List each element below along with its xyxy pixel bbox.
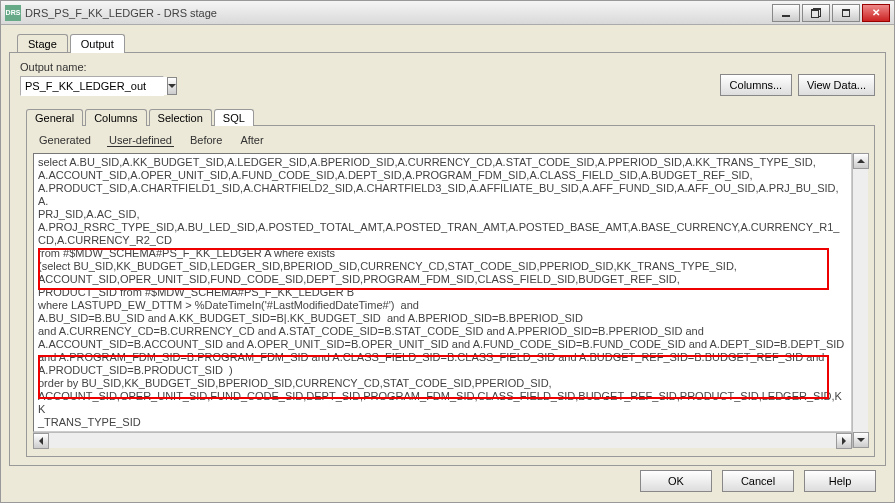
- cancel-button[interactable]: Cancel: [722, 470, 794, 492]
- triangle-right-icon: [842, 437, 846, 445]
- inner-tab-strip: General Columns Selection SQL: [26, 108, 875, 125]
- dialog-footer: OK Cancel Help: [9, 466, 886, 492]
- close-button[interactable]: ✕: [862, 4, 890, 22]
- horizontal-scrollbar[interactable]: [33, 432, 852, 448]
- maximize-icon: [842, 9, 850, 17]
- restore-icon: [811, 8, 821, 18]
- ok-button[interactable]: OK: [640, 470, 712, 492]
- sql-text-content: select A.BU_SID,A.KK_BUDGET_SID,A.LEDGER…: [38, 156, 847, 429]
- app-icon: DRS: [5, 5, 21, 21]
- minimize-button[interactable]: [772, 4, 800, 22]
- window-title: DRS_PS_F_KK_LEDGER - DRS stage: [25, 7, 772, 19]
- subtab-generated[interactable]: Generated: [37, 134, 93, 147]
- chevron-down-icon: [168, 84, 176, 88]
- minimize-icon: [782, 15, 790, 17]
- help-button[interactable]: Help: [804, 470, 876, 492]
- subtab-before[interactable]: Before: [188, 134, 224, 147]
- vertical-scrollbar[interactable]: [852, 153, 868, 448]
- window-root: DRS DRS_PS_F_KK_LEDGER - DRS stage ✕ Sta…: [0, 0, 895, 503]
- tab-output[interactable]: Output: [70, 34, 125, 53]
- tab-columns[interactable]: Columns: [85, 109, 146, 126]
- sql-editor-body: select A.BU_SID,A.KK_BUDGET_SID,A.LEDGER…: [33, 153, 852, 432]
- triangle-down-icon: [857, 438, 865, 442]
- titlebar: DRS DRS_PS_F_KK_LEDGER - DRS stage ✕: [1, 1, 894, 25]
- output-name-input[interactable]: [21, 77, 167, 95]
- client-area: Stage Output Output name: Columns... Vie…: [1, 25, 894, 502]
- tab-general[interactable]: General: [26, 109, 83, 126]
- sql-panel: Generated User-defined Before After sele…: [26, 125, 875, 457]
- scroll-down-button[interactable]: [853, 432, 869, 448]
- output-name-dropdown-button[interactable]: [167, 77, 177, 95]
- maximize-button[interactable]: [832, 4, 860, 22]
- scroll-right-button[interactable]: [836, 433, 852, 449]
- output-buttons: Columns... View Data...: [720, 74, 875, 96]
- tab-stage[interactable]: Stage: [17, 34, 68, 53]
- output-name-label: Output name:: [20, 61, 164, 73]
- subtab-after[interactable]: After: [238, 134, 265, 147]
- output-panel: Output name: Columns... View Data... Gen…: [9, 52, 886, 466]
- inner-tabs-wrap: General Columns Selection SQL Generated …: [20, 108, 875, 457]
- output-name-combo[interactable]: [20, 76, 164, 96]
- view-data-button[interactable]: View Data...: [798, 74, 875, 96]
- tab-sql[interactable]: SQL: [214, 109, 254, 126]
- output-header-row: Output name: Columns... View Data...: [20, 61, 875, 96]
- sql-subtab-strip: Generated User-defined Before After: [33, 132, 868, 153]
- sql-textarea[interactable]: select A.BU_SID,A.KK_BUDGET_SID,A.LEDGER…: [33, 153, 852, 432]
- scroll-up-button[interactable]: [853, 153, 869, 169]
- columns-button[interactable]: Columns...: [720, 74, 792, 96]
- outer-tab-strip: Stage Output: [9, 33, 886, 52]
- scroll-left-button[interactable]: [33, 433, 49, 449]
- restore-button[interactable]: [802, 4, 830, 22]
- output-name-block: Output name:: [20, 61, 164, 96]
- tab-selection[interactable]: Selection: [149, 109, 212, 126]
- triangle-up-icon: [857, 159, 865, 163]
- close-icon: ✕: [872, 7, 880, 18]
- triangle-left-icon: [39, 437, 43, 445]
- subtab-user-defined[interactable]: User-defined: [107, 134, 174, 147]
- sql-editor-wrap: select A.BU_SID,A.KK_BUDGET_SID,A.LEDGER…: [33, 153, 868, 448]
- window-controls: ✕: [772, 4, 890, 22]
